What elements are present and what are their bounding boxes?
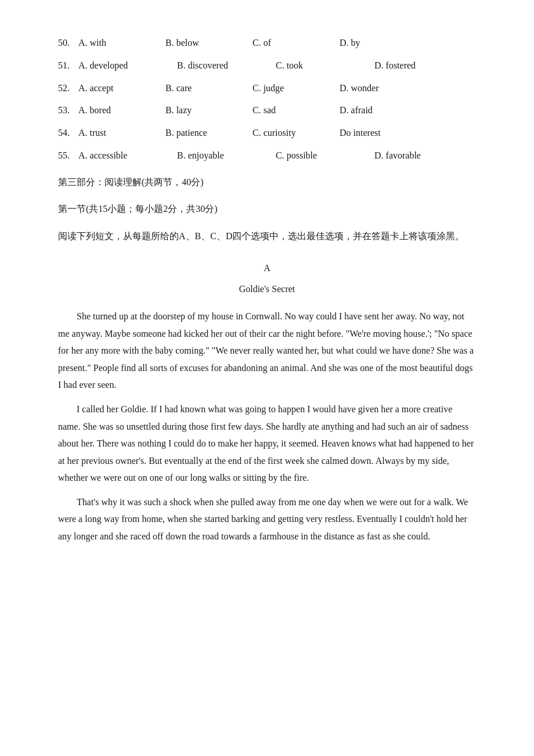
questions-section: 50. A. with B. below C. of D. by 51. A. … (58, 35, 476, 164)
q53-optA: A. bored (78, 102, 160, 119)
q51-optA: A. developed (78, 57, 171, 74)
q50-optD: D. by (340, 35, 421, 52)
page-content: 50. A. with B. below C. of D. by 51. A. … (0, 0, 534, 587)
q53-optC: C. sad (252, 102, 334, 119)
section1-title: 第一节(共15小题；每小题2分，共30分) (58, 200, 476, 218)
q54-num: 54. (58, 125, 78, 142)
q54-optD: Do interest (340, 125, 421, 142)
question-row-55: 55. A. accessible B. enjoyable C. possib… (58, 147, 476, 164)
q51-optD: D. fostered (374, 57, 467, 74)
reading-instruction: 阅读下列短文，从每题所给的A、B、C、D四个选项中，选出最佳选项，并在答题卡上将… (58, 228, 476, 245)
q50-optA: A. with (78, 35, 160, 52)
q51-optC: C. took (276, 57, 369, 74)
q51-num: 51. (58, 57, 78, 74)
question-row-51: 51. A. developed B. discovered C. took D… (58, 57, 476, 74)
article-title: Goldie's Secret (58, 280, 476, 298)
question-row-52: 52. A. accept B. care C. judge D. wonder (58, 80, 476, 97)
paragraph-1: She turned up at the doorstep of my hous… (58, 308, 476, 394)
q52-optB: B. care (165, 80, 247, 97)
q55-optA: A. accessible (78, 147, 171, 164)
q54-optC: C. curiosity (252, 125, 334, 142)
article-letter: A (58, 259, 476, 278)
paragraph-2: I called her Goldie. If I had known what… (58, 401, 476, 487)
q53-num: 53. (58, 102, 78, 119)
q55-optB: B. enjoyable (177, 147, 270, 164)
q50-num: 50. (58, 35, 78, 52)
q52-optC: C. judge (252, 80, 334, 97)
q55-optD: D. favorable (374, 147, 467, 164)
question-row-53: 53. A. bored B. lazy C. sad D. afraid (58, 102, 476, 119)
q54-optA: A. trust (78, 125, 160, 142)
q52-optD: D. wonder (340, 80, 421, 97)
q53-optD: D. afraid (340, 102, 421, 119)
question-row-54: 54. A. trust B. patience C. curiosity Do… (58, 125, 476, 142)
q50-optC: C. of (252, 35, 334, 52)
paragraph-3: That's why it was such a shock when she … (58, 494, 476, 545)
q52-num: 52. (58, 80, 78, 97)
q54-optB: B. patience (165, 125, 247, 142)
q55-optC: C. possible (276, 147, 369, 164)
question-row-50: 50. A. with B. below C. of D. by (58, 35, 476, 52)
part3-title: 第三部分：阅读理解(共两节，40分) (58, 174, 476, 191)
q52-optA: A. accept (78, 80, 160, 97)
q53-optB: B. lazy (165, 102, 247, 119)
q51-optB: B. discovered (177, 57, 270, 74)
q50-optB: B. below (165, 35, 247, 52)
q55-num: 55. (58, 147, 78, 164)
